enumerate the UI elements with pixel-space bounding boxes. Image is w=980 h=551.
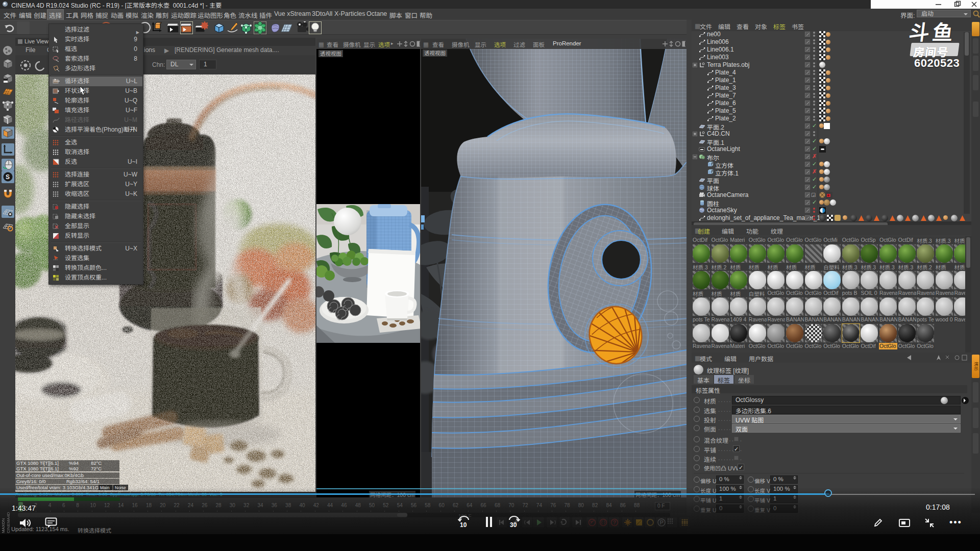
svg-text:%94: %94 [69, 460, 79, 466]
svg-text:Grey8/16: 0/0: Grey8/16: 0/0 [16, 479, 46, 484]
svg-text:Main: Main [100, 485, 110, 490]
svg-text:?: ? [613, 519, 617, 525]
svg-text:P: P [660, 519, 664, 525]
svg-text:GTX 1080 Ti[T][6.1]: GTX 1080 Ti[T][6.1] [16, 460, 59, 466]
svg-text:%92: %92 [69, 466, 79, 471]
svg-text:72°C: 72°C [91, 466, 102, 471]
svg-text:Used/free/total vram: 3.103Gb/: Used/free/total vram: 3.103Gb/4.341Gb/11 [16, 485, 108, 490]
svg-text:Noise: Noise [115, 485, 126, 490]
svg-text:S: S [6, 173, 10, 181]
svg-text:GTX 1080 Ti[T][6.1]: GTX 1080 Ti[T][6.1] [16, 466, 59, 471]
svg-text:82°C: 82°C [91, 460, 102, 466]
svg-text:Rgb32/64: 54/1: Rgb32/64: 54/1 [66, 479, 100, 484]
svg-text:Out-of-core used/max:0Kb/4Gb: Out-of-core used/max:0Kb/4Gb [16, 472, 84, 478]
